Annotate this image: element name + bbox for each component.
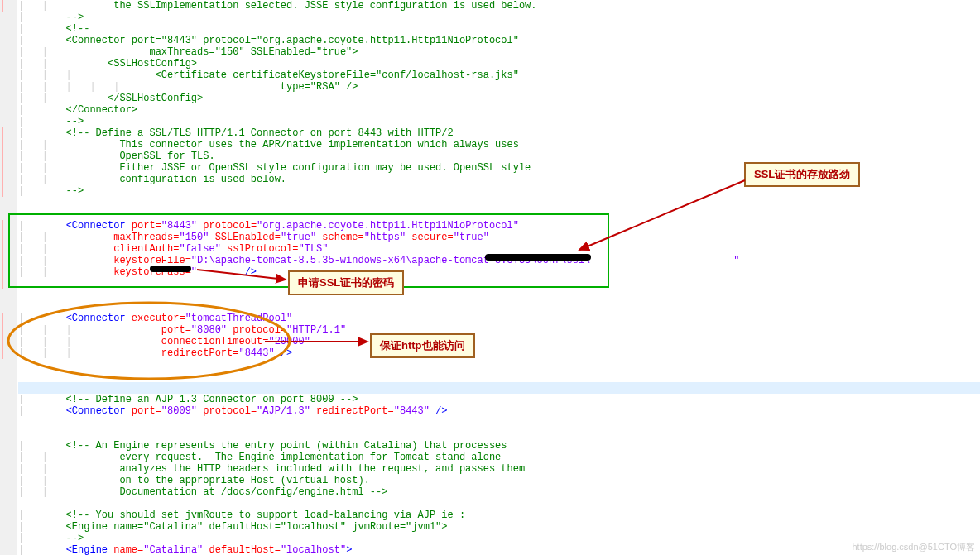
gutter [0, 0, 17, 555]
code-text: every request. The Engine implementation… [66, 452, 502, 463]
code-text: <!-- Define a SSL/TLS HTTP/1.1 Connector… [42, 127, 454, 139]
code-text: <!-- [42, 23, 90, 35]
code-text: <Certificate certificateKeystoreFile="co… [84, 69, 519, 81]
watermark: https://blog.csdn@51CTO博客 [852, 541, 975, 553]
code-text: <!-- An Engine represents the entry poin… [42, 440, 507, 452]
engine-tag: <Engine [66, 544, 108, 555]
code-text: the SSLImplementation selected. JSSE sty… [66, 0, 537, 12]
code-text: maxThreads="150" SSLEnabled="true"> [60, 46, 358, 58]
code-text: analyzes the HTTP headers included with … [66, 463, 526, 475]
code-text: --> [42, 533, 84, 544]
connector-tag: <Connector [66, 405, 126, 417]
code-editor[interactable]: | | the SSLImplementation selected. JSSE… [0, 0, 980, 555]
connector-tag: <Connector [66, 313, 126, 324]
code-text: --> [42, 185, 84, 197]
code-text: </Connector> [42, 104, 137, 116]
code-text: <Engine name="Catalina" defaultHost="loc… [42, 521, 448, 533]
code-text: configuration is used below. [66, 174, 286, 185]
code-text: Either JSSE or OpenSSL style configurati… [66, 162, 531, 174]
code-text: type="RSA" /> [132, 81, 358, 93]
code-text: --> [42, 116, 84, 127]
code-text: This connector uses the APR/native imple… [66, 139, 519, 151]
code-text: <SSLHostConfig> [60, 58, 197, 69]
connector-tag: <Connector [66, 220, 126, 232]
code-text: <!-- Define an AJP 1.3 Connector on port… [42, 394, 358, 405]
code-text: <Connector port="8443" protocol="org.apa… [42, 35, 519, 46]
code-text: <!-- You should set jvmRoute to support … [42, 510, 465, 521]
code-text: on to the appropriate Host (virtual host… [66, 475, 370, 486]
code-text: </SSLHostConfig> [60, 93, 203, 104]
code-text: OpenSSL for TLS. [66, 151, 215, 162]
code-text: Documentation at /docs/config/engine.htm… [66, 486, 388, 498]
code-text: --> [42, 12, 84, 23]
